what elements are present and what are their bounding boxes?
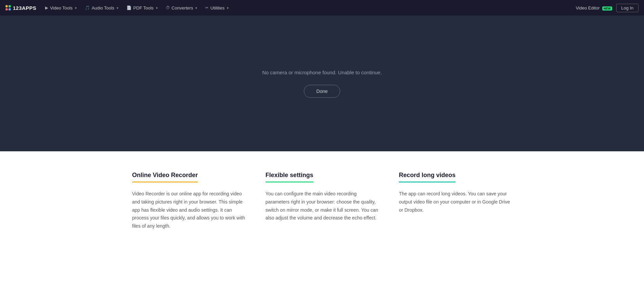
login-button[interactable]: Log In bbox=[616, 4, 639, 12]
chevron-down-icon-2: ▾ bbox=[117, 6, 118, 10]
new-badge: NEW bbox=[602, 6, 612, 11]
nav-label-converters: Converters bbox=[172, 5, 193, 11]
logo-text: 123APPS bbox=[13, 5, 36, 11]
audio-tools-icon: 🎵 bbox=[85, 5, 90, 10]
video-editor-link[interactable]: Video Editor NEW bbox=[576, 5, 612, 11]
feature-online-video-recorder: Online Video Recorder Video Recorder is … bbox=[132, 172, 245, 230]
nav-item-pdf-tools[interactable]: 📄 PDF Tools ▾ bbox=[123, 4, 161, 12]
feature-record-long-videos: Record long videos The app can record lo… bbox=[399, 172, 512, 230]
nav-item-utilities[interactable]: ✂ Utilities ▾ bbox=[202, 4, 232, 12]
video-error-message: No camera or microphone found. Unable to… bbox=[255, 70, 389, 75]
chevron-down-icon-4: ▾ bbox=[195, 6, 197, 10]
chevron-down-icon: ▾ bbox=[75, 6, 77, 10]
feature-desc-2: The app can record long videos. You can … bbox=[399, 190, 512, 214]
feature-flexible-settings: Flexible settings You can configure the … bbox=[266, 172, 378, 230]
navbar-right: Video Editor NEW Log In bbox=[576, 4, 639, 12]
feature-desc-0: Video Recorder is our online app for rec… bbox=[132, 190, 245, 230]
chevron-down-icon-5: ▾ bbox=[227, 6, 229, 10]
converters-icon: ⏱ bbox=[166, 5, 170, 10]
utilities-icon: ✂ bbox=[205, 5, 209, 10]
done-button[interactable]: Done bbox=[304, 85, 340, 98]
logo[interactable]: 123APPS bbox=[5, 5, 36, 11]
chevron-down-icon-3: ▾ bbox=[156, 6, 158, 10]
feature-title-2: Record long videos bbox=[399, 172, 455, 183]
feature-desc-1: You can configure the main video recordi… bbox=[266, 190, 378, 222]
nav-item-audio-tools[interactable]: 🎵 Audio Tools ▾ bbox=[81, 4, 122, 12]
nav-label-pdf-tools: PDF Tools bbox=[133, 5, 154, 11]
video-tools-icon: ▶ bbox=[45, 5, 48, 10]
video-band: No camera or microphone found. Unable to… bbox=[0, 16, 644, 151]
nav-label-video-tools: Video Tools bbox=[50, 5, 73, 11]
nav-item-converters[interactable]: ⏱ Converters ▾ bbox=[162, 4, 201, 12]
nav-label-utilities: Utilities bbox=[210, 5, 225, 11]
features-section: Online Video Recorder Video Recorder is … bbox=[119, 151, 526, 257]
nav-item-video-tools[interactable]: ▶ Video Tools ▾ bbox=[42, 4, 80, 12]
pdf-tools-icon: 📄 bbox=[126, 5, 132, 10]
video-inner: No camera or microphone found. Unable to… bbox=[202, 16, 442, 151]
nav-label-audio-tools: Audio Tools bbox=[92, 5, 114, 11]
navbar: 123APPS ▶ Video Tools ▾ 🎵 Audio Tools ▾ … bbox=[0, 0, 644, 16]
feature-title-0: Online Video Recorder bbox=[132, 172, 198, 183]
feature-title-1: Flexible settings bbox=[266, 172, 313, 183]
